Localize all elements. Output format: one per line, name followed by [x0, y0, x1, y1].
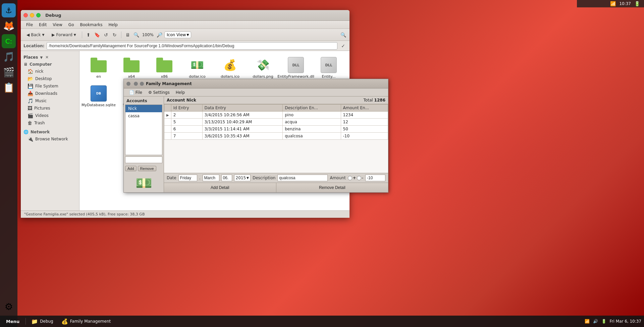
file-item-x86[interactable]: x86	[149, 55, 179, 81]
bookmark-button[interactable]: 🔖	[94, 31, 101, 39]
table-row[interactable]: 6 3/3/2015 11:14:41 AM benzina 50	[164, 126, 388, 133]
account-name-input[interactable]	[125, 156, 162, 163]
file-item-x64[interactable]: x64	[116, 55, 147, 81]
add-account-button[interactable]: Add	[125, 166, 137, 171]
sidebar-item-downloads[interactable]: 📥 Downloads	[21, 90, 79, 97]
file-item-dollars-ico[interactable]: 💰 dollars.ico	[215, 55, 245, 81]
dock-firefox[interactable]: 🦊	[2, 19, 16, 33]
location-bar: Location: ✓	[21, 41, 350, 51]
data-panel: Account Nick Total 1286 Id Entry Data En…	[164, 96, 388, 192]
add-detail-button[interactable]: Add Detail	[164, 183, 276, 192]
zoom-in-button[interactable]: 🔎	[156, 31, 163, 39]
table-row[interactable]: ▶ 2 3/4/2015 10:26:56 AM pino 1234	[164, 112, 388, 119]
file-item-en[interactable]: en	[84, 55, 114, 81]
computer-icon: 🖥	[125, 32, 130, 38]
dialog-menu-help[interactable]: Help	[173, 89, 187, 95]
dialog-bottom-controls: Date . 2015 ▼ Description Amount +	[164, 173, 388, 192]
file-item-sqlite[interactable]: DB MyDatabase.sqlite	[84, 83, 114, 114]
file-en-label: en	[96, 74, 101, 79]
amount-input[interactable]	[365, 175, 385, 181]
places-close-icon[interactable]: ✕	[45, 55, 49, 60]
account-nick[interactable]: Nick	[125, 105, 162, 112]
view-mode-selector[interactable]: Icon View ▼	[164, 31, 191, 38]
sidebar-item-desktop[interactable]: 📂 Desktop	[21, 75, 79, 82]
file-item-ef-dll[interactable]: DLL EntityFramework.dll	[281, 55, 311, 81]
sidebar-item-videos[interactable]: 🎬 Videos	[21, 112, 79, 119]
taskbar-debug-btn[interactable]: 📁 Debug	[29, 317, 56, 326]
svg-rect-0	[91, 60, 107, 72]
day-num-input[interactable]	[221, 175, 232, 181]
system-status-bar: 📶 10:37 🔋	[577, 0, 644, 7]
sidebar-item-pictures[interactable]: 🖼 Pictures	[21, 105, 79, 112]
window-close-button[interactable]	[23, 13, 28, 17]
accounts-panel: Accounts Nick cassa Add Remove 💵	[124, 96, 164, 192]
window-minimize-button[interactable]	[30, 13, 34, 17]
computer-button[interactable]: 🖥	[124, 31, 131, 39]
amount-label: Amount	[330, 176, 345, 180]
dock-settings[interactable]: ⚙	[2, 300, 16, 314]
back-button[interactable]: ◀ Back ▼	[23, 31, 47, 39]
dock-video[interactable]: 🎬	[2, 65, 16, 79]
dialog-close-button[interactable]	[126, 82, 130, 86]
col-desc-header[interactable]: Description En...	[283, 105, 341, 112]
col-date-header[interactable]: Data Entry	[202, 105, 283, 112]
account-cassa[interactable]: cassa	[125, 112, 162, 120]
menu-edit[interactable]: Edit	[36, 22, 49, 28]
search-button[interactable]: 🔍	[339, 31, 347, 39]
col-id-header[interactable]: Id Entry	[171, 105, 202, 112]
dock-launcher[interactable]: ⚓	[2, 3, 16, 17]
window-maximize-button[interactable]	[36, 13, 41, 17]
forward-button[interactable]: ▶ Forward ▼	[49, 31, 79, 39]
col-amount-header[interactable]: Amount En...	[341, 105, 388, 112]
sidebar-item-browse-network[interactable]: 🔌 Browse Network	[21, 135, 79, 143]
taskbar-menu-button[interactable]: Menu	[3, 318, 23, 325]
remove-account-button[interactable]: Remove	[138, 166, 156, 171]
dock-rhythmbox[interactable]: 🎵	[2, 50, 16, 64]
amount-radio-negative[interactable]	[357, 176, 361, 180]
home-button[interactable]: ⬆	[85, 31, 92, 39]
amount-controls: + -	[348, 176, 363, 180]
file-entity2-label: Entity...	[322, 74, 335, 79]
remove-detail-button[interactable]: Remove Detail	[276, 183, 388, 192]
dock-dosbox[interactable]: C:	[2, 34, 16, 48]
menu-view[interactable]: View	[50, 22, 65, 28]
sidebar-item-nick[interactable]: 🏠 nick	[21, 68, 79, 75]
menu-file[interactable]: File	[23, 22, 36, 28]
day-name-input[interactable]	[178, 175, 197, 181]
zoom-out-button[interactable]: 🔍	[133, 31, 140, 39]
dialog-menu-file[interactable]: 📄 File	[126, 89, 145, 95]
browse-network-icon: 🔌	[28, 136, 33, 142]
row-arrow-1: ▶	[164, 112, 171, 119]
description-input[interactable]	[277, 175, 328, 181]
anchor-icon: ⚓	[5, 6, 12, 15]
svg-rect-1	[91, 58, 97, 62]
sidebar-item-filesystem[interactable]: 💾 File System	[21, 82, 79, 90]
reload2-button[interactable]: ↻	[111, 31, 118, 39]
sidebar-item-music[interactable]: 🎵 Music	[21, 97, 79, 105]
places-dropdown-icon[interactable]: ▼	[40, 56, 43, 59]
menu-bookmarks[interactable]: Bookmarks	[77, 22, 105, 28]
menu-go[interactable]: Go	[66, 22, 77, 28]
forward-arrow-icon: ▶	[52, 32, 55, 37]
table-row[interactable]: 7 3/6/2015 10:35:43 AM qualcosa -10	[164, 133, 388, 140]
folder-x64-icon	[123, 57, 140, 73]
file-item-dollars-png[interactable]: 💸 dollars.png	[248, 55, 278, 81]
location-input[interactable]	[47, 42, 337, 50]
year-dropdown[interactable]: 2015 ▼	[234, 175, 251, 181]
file-item-dollar-ico[interactable]: 💵 dollar.ico	[182, 55, 212, 81]
dialog-menu-settings[interactable]: ⚙ Settings	[146, 89, 172, 95]
amount-radio-positive[interactable]	[348, 176, 352, 180]
sidebar-item-trash[interactable]: 🗑 Trash	[21, 119, 79, 127]
menu-help[interactable]: Help	[106, 22, 120, 28]
month-input[interactable]	[203, 175, 219, 181]
taskbar-family-btn[interactable]: 💰 Family Management	[59, 317, 113, 326]
dialog-maximize-button[interactable]	[140, 82, 144, 86]
dock-files[interactable]: 📋	[2, 80, 16, 94]
table-row[interactable]: 5 3/13/2015 10:40:29 AM acqua 12	[164, 119, 388, 126]
file-item-entity2[interactable]: DLL Entity...	[314, 55, 344, 81]
dialog-minimize-button[interactable]	[134, 82, 138, 86]
reload-button[interactable]: ↺	[102, 31, 110, 39]
bookmark-icon: 🔖	[94, 32, 100, 38]
location-go-button[interactable]: ✓	[339, 42, 347, 50]
reload2-icon: ↻	[113, 32, 117, 38]
